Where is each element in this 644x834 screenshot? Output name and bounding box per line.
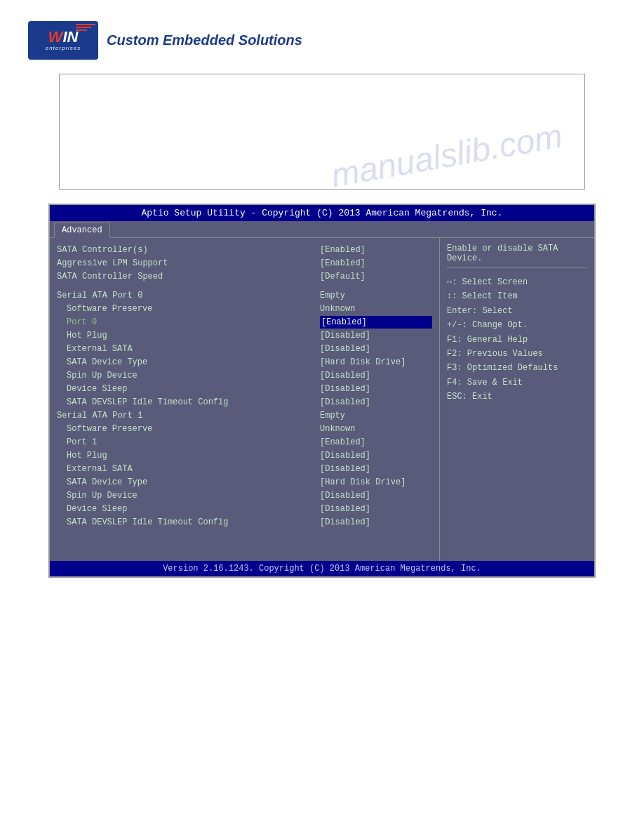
row-hot-plug1: Hot Plug [Disabled] (57, 449, 432, 462)
label-sw-preserve1: Software Preserve (57, 423, 320, 435)
label-sata-device-type0: SATA Device Type (57, 356, 320, 369)
tab-advanced[interactable]: Advanced (54, 223, 110, 238)
keybind-change-opt: +/-: Change Opt. (447, 318, 587, 332)
label-serial-ata-port1: Serial ATA Port 1 (57, 409, 320, 422)
value-sata-devslep0: [Disabled] (320, 396, 432, 409)
value-sata-controllers: [Enabled] (320, 244, 432, 256)
bios-settings-panel: SATA Controller(s) [Enabled] Aggressive … (50, 238, 440, 561)
label-port1: Port 1 (57, 436, 320, 449)
header: WIN enterprises Custom Embedded Solution… (28, 21, 616, 60)
company-tagline: Custom Embedded Solutions (107, 32, 302, 48)
label-sata-devslep1: SATA DEVSLEP Idle Timeout Config (57, 516, 320, 529)
row-device-sleep1: Device Sleep [Disabled] (57, 503, 432, 515)
value-ext-sata0: [Disabled] (320, 343, 432, 355)
row-spin-up1: Spin Up Device [Disabled] (57, 489, 432, 502)
logo-line-3 (76, 29, 87, 31)
row-ext-sata1: External SATA [Disabled] (57, 463, 432, 475)
logo-line-1 (76, 24, 95, 25)
row-sata-devslep0: SATA DEVSLEP Idle Timeout Config [Disabl… (57, 396, 432, 409)
label-sata-controllers: SATA Controller(s) (57, 244, 320, 256)
row-serial-ata-port0: Serial ATA Port 0 Empty (57, 289, 432, 302)
label-spin-up0: Spin Up Device (57, 369, 320, 382)
keybind-select-screen: ↔: Select Screen (447, 275, 587, 289)
row-spin-up0: Spin Up Device [Disabled] (57, 369, 432, 382)
label-device-sleep0: Device Sleep (57, 383, 320, 395)
bios-screen: Aptio Setup Utility - Copyright (C) 2013… (48, 204, 596, 578)
row-hot-plug0: Hot Plug [Disabled] (57, 329, 432, 342)
row-sata-controllers: SATA Controller(s) [Enabled] (57, 244, 432, 256)
label-device-sleep1: Device Sleep (57, 503, 320, 515)
value-spin-up0: [Disabled] (320, 369, 432, 382)
row-device-sleep0: Device Sleep [Disabled] (57, 383, 432, 395)
value-sata-device-type1: [Hard Disk Drive] (320, 476, 432, 489)
gap1 (57, 284, 432, 289)
keybind-f2: F2: Previous Values (447, 347, 587, 361)
row-sata-device-type1: SATA Device Type [Hard Disk Drive] (57, 476, 432, 489)
value-sw-preserve0: Unknown (320, 303, 432, 315)
label-port0: Port 0 (57, 316, 320, 329)
value-hot-plug0: [Disabled] (320, 329, 432, 342)
value-port1: [Enabled] (320, 436, 432, 449)
bios-tabs: Advanced (50, 221, 594, 238)
row-sata-speed: SATA Controller Speed [Default] (57, 270, 432, 283)
image-box: manualslib.com (59, 74, 585, 190)
label-sata-devslep0: SATA DEVSLEP Idle Timeout Config (57, 396, 320, 409)
label-ext-sata1: External SATA (57, 463, 320, 475)
row-port0: Port 0 [Enabled] (57, 316, 432, 329)
label-hot-plug0: Hot Plug (57, 329, 320, 342)
keybind-f3: F3: Optimized Defaults (447, 361, 587, 375)
row-sata-device-type0: SATA Device Type [Hard Disk Drive] (57, 356, 432, 369)
row-ext-sata0: External SATA [Disabled] (57, 343, 432, 355)
value-aggressive-lpm: [Enabled] (320, 257, 432, 270)
row-serial-ata-port1: Serial ATA Port 1 Empty (57, 409, 432, 422)
page-wrapper: WIN enterprises Custom Embedded Solution… (0, 0, 644, 834)
keybind-esc: ESC: Exit (447, 390, 587, 404)
value-sata-device-type0: [Hard Disk Drive] (320, 356, 432, 369)
value-hot-plug1: [Disabled] (320, 449, 432, 462)
value-port0: [Enabled] (320, 316, 432, 329)
value-ext-sata1: [Disabled] (320, 463, 432, 475)
row-port1: Port 1 [Enabled] (57, 436, 432, 449)
logo-line-2 (76, 27, 91, 28)
logo-lines (76, 24, 95, 31)
logo-box: WIN enterprises (28, 21, 98, 60)
row-sw-preserve1: Software Preserve Unknown (57, 423, 432, 435)
label-spin-up1: Spin Up Device (57, 489, 320, 502)
bios-footer: Version 2.16.1243. Copyright (C) 2013 Am… (50, 561, 594, 576)
label-hot-plug1: Hot Plug (57, 449, 320, 462)
label-sata-speed: SATA Controller Speed (57, 270, 320, 283)
keybind-select-item: ↕: Select Item (447, 289, 587, 303)
label-ext-sata0: External SATA (57, 343, 320, 355)
value-sata-speed: [Default] (320, 270, 432, 283)
bios-content: SATA Controller(s) [Enabled] Aggressive … (50, 238, 594, 561)
value-sw-preserve1: Unknown (320, 423, 432, 435)
keybind-f1: F1: General Help (447, 333, 587, 347)
bios-keybinds: ↔: Select Screen ↕: Select Item Enter: S… (447, 275, 587, 404)
bios-help-panel: Enable or disable SATA Device. ↔: Select… (440, 238, 594, 561)
label-aggressive-lpm: Aggressive LPM Support (57, 257, 320, 270)
row-aggressive-lpm: Aggressive LPM Support [Enabled] (57, 257, 432, 270)
value-device-sleep0: [Disabled] (320, 383, 432, 395)
label-sata-device-type1: SATA Device Type (57, 476, 320, 489)
value-sata-devslep1: [Disabled] (320, 516, 432, 529)
bios-help-description: Enable or disable SATA Device. (447, 244, 587, 263)
logo-container: WIN enterprises Custom Embedded Solution… (28, 21, 302, 60)
keybind-enter: Enter: Select (447, 304, 587, 318)
logo-win-text: WIN (48, 29, 79, 45)
row-sata-devslep1: SATA DEVSLEP Idle Timeout Config [Disabl… (57, 516, 432, 529)
value-serial-ata-port1: Empty (320, 409, 432, 422)
bios-help-divider (447, 267, 587, 268)
logo-enterprises-text: enterprises (46, 45, 81, 51)
label-serial-ata-port0: Serial ATA Port 0 (57, 289, 320, 302)
value-device-sleep1: [Disabled] (320, 503, 432, 515)
label-sw-preserve0: Software Preserve (57, 303, 320, 315)
watermark-text: manualslib.com (328, 116, 565, 190)
keybind-f4: F4: Save & Exit (447, 376, 587, 390)
bios-titlebar: Aptio Setup Utility - Copyright (C) 2013… (50, 205, 594, 221)
row-sw-preserve0: Software Preserve Unknown (57, 303, 432, 315)
value-spin-up1: [Disabled] (320, 489, 432, 502)
value-serial-ata-port0: Empty (320, 289, 432, 302)
